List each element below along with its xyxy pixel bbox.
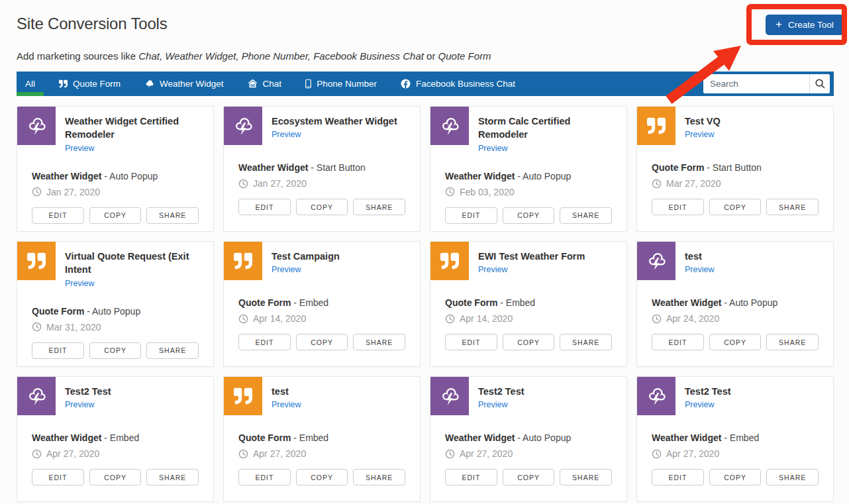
copy-button[interactable]: COPY (89, 207, 142, 224)
tool-type: Quote Form (238, 432, 291, 443)
share-button[interactable]: SHARE (560, 469, 612, 485)
type-separator: - (704, 162, 712, 173)
tool-mode: Embed (299, 297, 328, 308)
tab-weather-widget[interactable]: Weather Widget (136, 72, 232, 96)
edit-button[interactable]: EDIT (32, 207, 84, 224)
tool-mode: Start Button (317, 162, 366, 173)
preview-link[interactable]: Preview (478, 265, 507, 274)
tool-title: Weather Widget Certified Remodeler (65, 115, 208, 142)
preview-link[interactable]: Preview (685, 265, 714, 274)
edit-button[interactable]: EDIT (445, 469, 497, 485)
edit-button[interactable]: EDIT (238, 469, 291, 485)
share-button[interactable]: SHARE (766, 469, 819, 485)
preview-link[interactable]: Preview (272, 130, 301, 139)
preview-link[interactable]: Preview (65, 400, 94, 409)
tool-card: Weather Widget Certified Remodeler Previ… (17, 106, 214, 232)
tool-title: Ecosystem Weather Widget (272, 115, 397, 128)
edit-button[interactable]: EDIT (32, 469, 84, 485)
share-button[interactable]: SHARE (146, 469, 199, 485)
subtitle-segment: Quote Form (438, 50, 491, 62)
search-input[interactable] (703, 74, 809, 93)
preview-link[interactable]: Preview (272, 400, 301, 409)
tool-card: test Preview Weather Widget - Auto Popup… (636, 241, 834, 367)
copy-button[interactable]: COPY (709, 469, 762, 485)
copy-button[interactable]: COPY (709, 199, 762, 215)
edit-button[interactable]: EDIT (652, 199, 704, 215)
tool-mode: Embed (299, 432, 328, 443)
edit-button[interactable]: EDIT (445, 334, 497, 350)
preview-link[interactable]: Preview (478, 144, 507, 153)
tool-date: Apr 27, 2020 (666, 448, 719, 459)
preview-link[interactable]: Preview (685, 130, 714, 139)
tool-title: Test2 Test (478, 385, 524, 398)
edit-button[interactable]: EDIT (445, 207, 497, 224)
tool-date-line: Apr 27, 2020 (32, 448, 199, 459)
weather-widget-icon (637, 242, 675, 280)
tab-phone-number[interactable]: Phone Number (297, 72, 385, 96)
copy-button[interactable]: COPY (296, 199, 348, 215)
share-button[interactable]: SHARE (146, 207, 199, 224)
copy-button[interactable]: COPY (89, 342, 142, 359)
copy-button[interactable]: COPY (503, 334, 555, 350)
tab-quote-form[interactable]: Quote Form (50, 72, 129, 96)
card-actions: EDIT COPY SHARE (32, 207, 199, 224)
share-button[interactable]: SHARE (560, 334, 612, 350)
tool-mode: Auto Popup (523, 432, 571, 443)
copy-button[interactable]: COPY (503, 469, 555, 485)
share-button[interactable]: SHARE (766, 334, 819, 350)
preview-link[interactable]: Preview (478, 400, 507, 409)
edit-button[interactable]: EDIT (652, 469, 704, 485)
tool-type: Quote Form (32, 306, 84, 317)
card-actions: EDIT COPY SHARE (238, 469, 405, 485)
subtitle-segment: Chat, Weather Widget, Phone Number, Face… (138, 50, 424, 62)
edit-button[interactable]: EDIT (32, 342, 84, 359)
type-separator: - (515, 171, 523, 181)
tool-date-line: Apr 27, 2020 (652, 448, 819, 459)
clock-icon (652, 314, 662, 324)
tool-title: Test2 Test (65, 385, 111, 398)
tool-card: Test2 Test Preview Weather Widget - Auto… (430, 376, 627, 502)
tool-type: Quote Form (652, 162, 704, 173)
preview-link[interactable]: Preview (65, 279, 94, 288)
create-tool-button[interactable]: + Create Tool (766, 15, 844, 35)
card-header: Test Campaign Preview (224, 242, 420, 280)
edit-button[interactable]: EDIT (652, 334, 704, 350)
search-icon (815, 78, 826, 89)
tool-mode: Start Button (713, 162, 762, 173)
copy-button[interactable]: COPY (296, 334, 348, 350)
share-button[interactable]: SHARE (766, 199, 819, 215)
tool-type: Weather Widget (238, 162, 308, 173)
card-header: test Preview (637, 242, 833, 280)
share-button[interactable]: SHARE (353, 469, 405, 485)
copy-button[interactable]: COPY (503, 207, 555, 224)
clock-icon (652, 179, 662, 189)
tab-facebook-business-chat[interactable]: Facebook Business Chat (392, 72, 524, 96)
weather-icon (144, 79, 154, 89)
card-header: Virtual Quote Request (Exit Intent Previ… (17, 242, 213, 289)
tool-date-line: Jan 27, 2020 (238, 178, 405, 189)
tool-date-line: Jan 27, 2020 (32, 187, 199, 197)
tab-chat[interactable]: Chat (239, 72, 291, 96)
facebook-icon (401, 79, 411, 89)
type-separator: - (308, 162, 316, 173)
copy-button[interactable]: COPY (296, 469, 348, 485)
edit-button[interactable]: EDIT (238, 199, 291, 215)
share-button[interactable]: SHARE (353, 334, 405, 350)
preview-link[interactable]: Preview (685, 400, 714, 409)
share-button[interactable]: SHARE (560, 207, 612, 224)
tools-grid: Weather Widget Certified Remodeler Previ… (17, 106, 834, 502)
share-button[interactable]: SHARE (146, 342, 199, 359)
copy-button[interactable]: COPY (709, 334, 762, 350)
card-actions: EDIT COPY SHARE (238, 199, 405, 215)
tool-card: test Preview Quote Form - Embed Apr 27, … (223, 376, 421, 502)
share-button[interactable]: SHARE (353, 199, 405, 215)
preview-link[interactable]: Preview (65, 144, 94, 153)
copy-button[interactable]: COPY (89, 469, 142, 485)
type-separator: - (291, 297, 299, 308)
weather-widget-icon (224, 107, 262, 145)
edit-button[interactable]: EDIT (238, 334, 291, 350)
tool-title: Storm Calc Certified Remodeler (478, 115, 621, 142)
preview-link[interactable]: Preview (272, 265, 301, 274)
tab-all[interactable]: All (17, 72, 44, 96)
search-button[interactable] (809, 74, 830, 93)
